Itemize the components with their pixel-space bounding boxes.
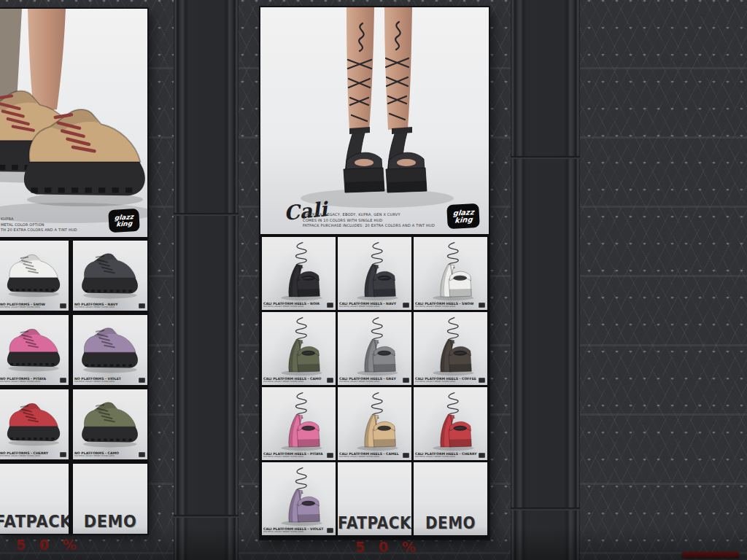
tile-label-bar: CALI PLATFORM HEELS - NOIR MAITREYA LEGA…	[263, 301, 334, 309]
brand-logo: glazz king	[108, 209, 140, 233]
tile-label-bar: NO PLATFORMS - CHERRY MAITREYA LEGACY EB…	[0, 451, 67, 459]
left-color-grid: NO PLATFORMS - SNOW MAITREYA LEGACY EBOD…	[0, 237, 147, 534]
brand-mini-logo-icon	[327, 453, 333, 458]
tile-label-bar: CALI PLATFORM HEELS - COFFEE MAITREYA LE…	[415, 376, 486, 384]
tile-label-bar: NO PLATFORMS - PITAYA MAITREYA LEGACY EB…	[0, 376, 67, 384]
product-tile-pitaya[interactable]: NO PLATFORMS - PITAYA MAITREYA LEGACY EB…	[0, 315, 69, 385]
fatpack-label: FATPACK	[0, 512, 69, 532]
tile-label: CALI PLATFORM HEELS - SNOW	[415, 301, 480, 306]
tile-label: CALI PLATFORM HEELS - COFFEE	[415, 376, 480, 381]
product-tile-pitaya[interactable]: CALI PLATFORM HEELS - PITAYA MAITREYA LE…	[262, 387, 336, 460]
brand-mini-logo-icon	[327, 303, 333, 308]
tile-label-bar: CALI PLATFORM HEELS - GREY MAITREYA LEGA…	[339, 376, 410, 384]
demo-button[interactable]: DEMO	[73, 464, 147, 534]
demo-label: DEMO	[84, 512, 137, 532]
tile-label-bar: NO PLATFORMS - CAMO MAITREYA LEGACY EBOD…	[74, 451, 146, 459]
product-tile-camo[interactable]: CALI PLATFORM HEELS - CAMO MAITREYA LEGA…	[262, 312, 336, 385]
pillar-joint	[174, 515, 239, 518]
heel-image	[268, 389, 330, 452]
fatpack-button[interactable]: FATPACK	[0, 464, 69, 534]
vendor-panel-center[interactable]: Cali MAITREYA, LEGACY, EBODY, KUPRA, GEN…	[260, 7, 489, 539]
tile-label: CALI PLATFORM HEELS - VIOLET	[263, 526, 328, 531]
info-line: TH 20 EXTRA COLORS AND A TINT HUD	[1, 228, 77, 233]
info-line: MAITREYA, LEGACY, EBODY, KUPRA, GEN X CU…	[303, 212, 435, 218]
product-tile-cherry[interactable]: CALI PLATFORM HEELS - CHERRY MAITREYA LE…	[414, 387, 487, 460]
heel-image	[268, 239, 330, 302]
product-tile-grey[interactable]: CALI PLATFORM HEELS - GREY MAITREYA LEGA…	[338, 312, 411, 385]
tile-label: CALI PLATFORM HEELS - NAVY	[339, 301, 404, 306]
brand-mini-logo-icon	[60, 452, 66, 457]
demo-label: DEMO	[425, 513, 476, 533]
sneaker-image	[79, 243, 142, 303]
brand-mini-logo-icon	[60, 303, 66, 308]
product-tile-coffee[interactable]: CALI PLATFORM HEELS - COFFEE MAITREYA LE…	[414, 312, 487, 385]
left-poster[interactable]: KUPRA METAL COLOR OPTION TH 20 EXTRA COL…	[0, 9, 147, 237]
tile-label: CALI PLATFORM HEELS - CHERRY	[415, 451, 480, 456]
product-tile-violet[interactable]: NO PLATFORMS - VIOLET MAITREYA LEGACY EB…	[73, 315, 147, 385]
product-tile-snow[interactable]: NO PLATFORMS - SNOW MAITREYA LEGACY EBOD…	[0, 241, 69, 311]
tile-label-bar: CALI PLATFORM HEELS - CAMEL MAITREYA LEG…	[339, 451, 410, 459]
brand-mini-logo-icon	[403, 453, 409, 458]
brand-mini-logo-icon	[479, 303, 485, 308]
tile-label-bar: NO PLATFORMS - VIOLET MAITREYA LEGACY EB…	[74, 376, 146, 384]
left-discount-sign: 5 0 %	[16, 536, 81, 553]
brand-mini-logo-icon	[479, 453, 485, 458]
tile-sublabel: MAITREYA LEGACY EBODY KUPRA GENX	[263, 531, 320, 533]
brand-mini-logo-icon	[327, 378, 333, 383]
product-tile-navy[interactable]: NO PLATFORMS - NAVY MAITREYA LEGACY EBOD…	[73, 241, 147, 311]
brand-mini-logo-icon	[327, 528, 333, 533]
tile-label: CALI PLATFORM HEELS - CAMO	[263, 376, 328, 381]
tile-label: NO PLATFORMS - SNOW	[0, 302, 62, 306]
tile-label: CALI PLATFORM HEELS - NOIR	[263, 301, 328, 306]
brand-logo-text: king	[454, 216, 473, 224]
pillar-joint	[511, 156, 580, 159]
tile-label: CALI PLATFORM HEELS - GREY	[339, 376, 404, 381]
tile-sublabel: MAITREYA LEGACY EBODY KUPRA GENX	[339, 381, 396, 383]
product-tile-camo[interactable]: NO PLATFORMS - CAMO MAITREYA LEGACY EBOD…	[73, 389, 147, 459]
brand-mini-logo-icon	[479, 378, 485, 383]
tile-sublabel: MAITREYA LEGACY EBODY KUPRA GENX	[263, 381, 320, 383]
product-tile-camel[interactable]: CALI PLATFORM HEELS - CAMEL MAITREYA LEG…	[338, 387, 411, 460]
tile-label-bar: CALI PLATFORM HEELS - VIOLET MAITREYA LE…	[263, 526, 334, 534]
product-tile-noir[interactable]: CALI PLATFORM HEELS - NOIR MAITREYA LEGA…	[262, 237, 336, 310]
demo-button[interactable]: DEMO	[414, 462, 487, 535]
product-tile-violet[interactable]: CALI PLATFORM HEELS - VIOLET MAITREYA LE…	[262, 462, 336, 535]
tile-label: NO PLATFORMS - VIOLET	[74, 376, 140, 381]
tile-sublabel: MAITREYA LEGACY EBODY KUPRA GENX	[74, 306, 131, 308]
product-tile-navy[interactable]: CALI PLATFORM HEELS - NAVY MAITREYA LEGA…	[338, 237, 411, 310]
tile-sublabel: MAITREYA LEGACY EBODY KUPRA GENX	[0, 306, 54, 308]
cali-poster[interactable]: Cali MAITREYA, LEGACY, EBODY, KUPRA, GEN…	[260, 7, 489, 234]
tile-sublabel: MAITREYA LEGACY EBODY KUPRA GENX	[415, 306, 472, 308]
tile-sublabel: MAITREYA LEGACY EBODY KUPRA GENX	[74, 381, 131, 383]
heel-image	[344, 314, 406, 377]
tile-sublabel: MAITREYA LEGACY EBODY KUPRA GENX	[0, 381, 54, 383]
info-line: METAL COLOR OPTION	[1, 222, 77, 228]
tile-sublabel: MAITREYA LEGACY EBODY KUPRA GENX	[339, 306, 396, 308]
tile-sublabel: MAITREYA LEGACY EBODY KUPRA GENX	[74, 455, 131, 457]
tile-label-bar: CALI PLATFORM HEELS - CHERRY MAITREYA LE…	[415, 451, 486, 459]
virtual-store-scene: KUPRA METAL COLOR OPTION TH 20 EXTRA COL…	[0, 0, 747, 560]
heel-image	[268, 314, 330, 377]
product-tile-snow[interactable]: CALI PLATFORM HEELS - SNOW MAITREYA LEGA…	[414, 237, 487, 310]
tile-label: CALI PLATFORM HEELS - CAMEL	[339, 451, 404, 456]
heel-image	[344, 239, 406, 302]
info-line: KUPRA	[1, 217, 77, 222]
brand-mini-logo-icon	[60, 378, 66, 383]
center-discount-sign: 5 0 %	[355, 538, 420, 555]
left-poster-info: KUPRA METAL COLOR OPTION TH 20 EXTRA COL…	[1, 217, 77, 233]
left-poster-image	[0, 9, 147, 237]
tile-label-bar: NO PLATFORMS - NAVY MAITREYA LEGACY EBOD…	[74, 302, 146, 310]
tile-sublabel: MAITREYA LEGACY EBODY KUPRA GENX	[263, 306, 320, 308]
tile-label-bar: CALI PLATFORM HEELS - NAVY MAITREYA LEGA…	[339, 301, 410, 309]
heel-image	[344, 389, 406, 452]
red-baseboard-strip	[682, 552, 739, 558]
fatpack-label: FATPACK	[338, 513, 411, 533]
vendor-panel-left[interactable]: KUPRA METAL COLOR OPTION TH 20 EXTRA COL…	[0, 9, 147, 534]
fatpack-button[interactable]: FATPACK	[338, 462, 411, 535]
tile-label-bar: CALI PLATFORM HEELS - CAMO MAITREYA LEGA…	[263, 376, 334, 384]
cali-color-grid: CALI PLATFORM HEELS - NOIR MAITREYA LEGA…	[260, 234, 489, 537]
product-tile-cherry[interactable]: NO PLATFORMS - CHERRY MAITREYA LEGACY EB…	[0, 389, 69, 459]
tile-label-bar: NO PLATFORMS - SNOW MAITREYA LEGACY EBOD…	[0, 302, 67, 310]
brand-logo: glazz king	[446, 203, 480, 229]
sneaker-image	[79, 317, 142, 378]
